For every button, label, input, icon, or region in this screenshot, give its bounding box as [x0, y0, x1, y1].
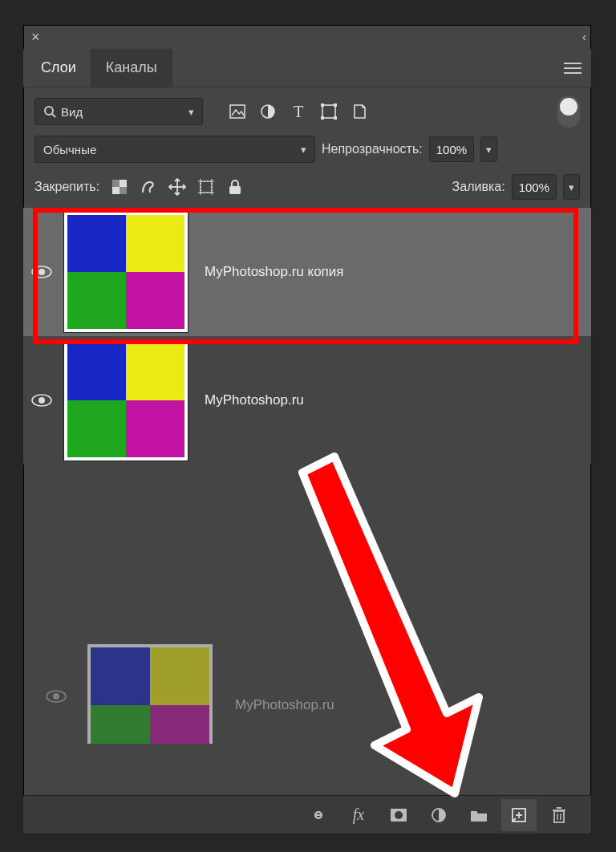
layer-filter-row: Вид ▾ T [23, 87, 591, 132]
svg-rect-14 [120, 187, 127, 194]
lock-transparency-icon[interactable] [111, 178, 128, 196]
svg-rect-10 [321, 116, 324, 120]
visibility-toggle[interactable] [25, 265, 59, 279]
svg-rect-13 [112, 180, 120, 187]
filter-pixel-icon[interactable] [229, 103, 246, 120]
svg-rect-9 [334, 103, 337, 107]
fill-label: Заливка: [452, 180, 505, 194]
filter-toggle[interactable] [557, 95, 580, 128]
eye-icon [31, 265, 52, 279]
filter-smart-icon[interactable] [351, 103, 368, 120]
delete-layer-icon[interactable] [541, 799, 577, 831]
filter-text-icon[interactable]: T [290, 103, 307, 120]
lock-artboard-icon[interactable] [197, 178, 215, 196]
layer-name: MyPhotoshop.ru [235, 697, 334, 713]
fill-stepper[interactable]: ▾ [563, 174, 580, 200]
layers-panel: × ‹‹ Слои Каналы Вид ▾ T [22, 24, 592, 834]
chevron-down-icon: ▾ [188, 106, 194, 118]
fill-field[interactable]: 100% [512, 174, 557, 200]
lock-image-icon[interactable] [140, 178, 157, 196]
blend-row: Обычные ▾ Непрозрачность: 100% ▾ [23, 132, 591, 169]
filter-kind-dropdown[interactable]: Вид ▾ [34, 98, 203, 125]
svg-point-28 [53, 693, 59, 700]
filter-type-icons: T [229, 103, 368, 120]
svg-rect-8 [321, 103, 324, 107]
tab-layers[interactable]: Слои [26, 49, 91, 87]
layers-bottom-bar: fx [23, 795, 591, 834]
link-layers-icon[interactable] [301, 799, 336, 831]
svg-rect-11 [334, 116, 337, 120]
layer-thumbnail [87, 644, 213, 744]
svg-point-26 [38, 397, 45, 404]
filter-adjust-icon[interactable] [259, 103, 277, 120]
chevron-down-icon: ▾ [301, 144, 306, 156]
layer-thumbnail[interactable] [63, 339, 188, 461]
svg-point-31 [395, 811, 403, 819]
eye-icon [31, 393, 52, 408]
filter-kind-label: Вид [61, 105, 83, 119]
svg-point-24 [38, 269, 45, 275]
layer-row[interactable]: MyPhotoshop.ru [23, 336, 591, 465]
visibility-toggle[interactable] [25, 393, 59, 408]
lock-all-icon[interactable] [226, 178, 244, 196]
layer-mask-icon[interactable] [381, 799, 416, 831]
visibility-toggle [39, 689, 73, 704]
collapse-panel-icon[interactable]: ‹‹ [582, 30, 583, 43]
layers-list: MyPhotoshop.ru копия MyPhotoshop.ru MyPh… [23, 208, 591, 744]
eye-icon [46, 689, 67, 704]
layer-drag-ghost: MyPhotoshop.ru [87, 641, 537, 744]
opacity-value: 100% [436, 143, 467, 156]
fill-value: 100% [519, 181, 549, 194]
adjustment-layer-icon[interactable] [421, 799, 456, 831]
layer-fx-icon[interactable]: fx [341, 799, 376, 831]
svg-rect-17 [201, 181, 212, 193]
svg-rect-22 [229, 186, 241, 194]
lock-label: Закрепить: [34, 180, 99, 194]
filter-shape-icon[interactable] [320, 103, 338, 120]
layer-name[interactable]: MyPhotoshop.ru копия [205, 264, 344, 280]
search-icon [43, 105, 56, 118]
chevron-down-icon: ▾ [486, 144, 492, 156]
opacity-field[interactable]: 100% [429, 136, 474, 162]
opacity-label: Непрозрачность: [322, 142, 423, 156]
svg-rect-7 [322, 105, 335, 118]
layer-row[interactable]: MyPhotoshop.ru копия [23, 208, 591, 336]
panel-menu-icon[interactable] [554, 62, 591, 75]
svg-line-4 [52, 114, 55, 117]
svg-rect-36 [554, 811, 564, 822]
tab-channels[interactable]: Каналы [91, 49, 172, 87]
lock-position-icon[interactable] [168, 178, 186, 196]
close-icon[interactable]: × [31, 29, 40, 46]
blend-mode-dropdown[interactable]: Обычные ▾ [34, 136, 315, 163]
blend-mode-value: Обычные [43, 143, 96, 156]
panel-titlebar: × ‹‹ [23, 25, 591, 49]
chevron-down-icon: ▾ [569, 181, 574, 193]
lock-row: Закрепить: Заливка: 100% ▾ [23, 169, 591, 208]
opacity-stepper[interactable]: ▾ [480, 136, 497, 162]
new-group-icon[interactable] [461, 799, 496, 831]
layer-thumbnail[interactable] [63, 211, 188, 333]
svg-point-3 [45, 107, 53, 115]
new-layer-icon[interactable] [501, 799, 537, 831]
layer-name[interactable]: MyPhotoshop.ru [205, 392, 304, 408]
panel-tabs: Слои Каналы [23, 49, 591, 87]
